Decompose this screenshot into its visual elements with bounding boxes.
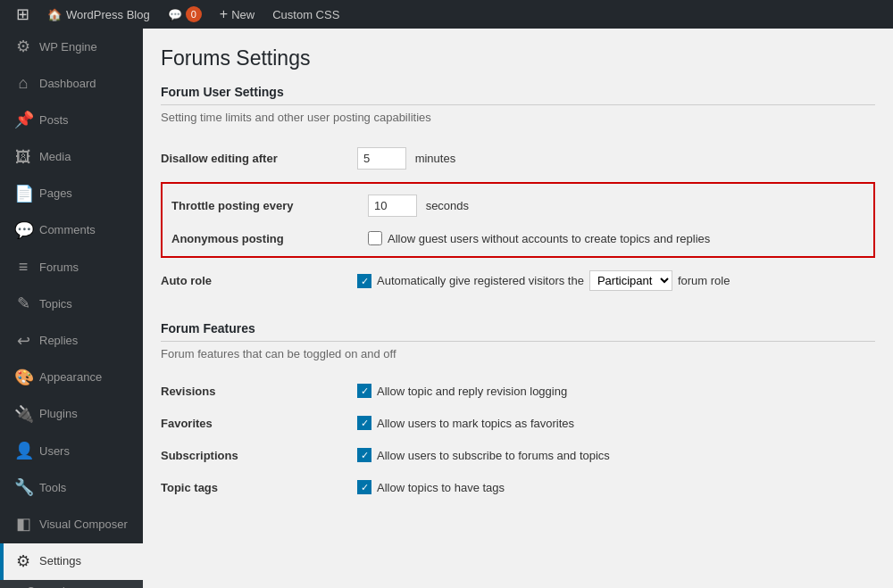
sidebar-item-plugins[interactable]: 🔌 Plugins xyxy=(0,396,143,433)
anonymous-posting-value-cell: Allow guest users without accounts to cr… xyxy=(368,224,864,253)
subscriptions-value-cell: ✓ Allow users to subscribe to forums and… xyxy=(357,439,875,471)
disallow-editing-input[interactable] xyxy=(357,147,406,170)
sidebar-item-replies[interactable]: ↩ Replies xyxy=(0,323,143,360)
sidebar-label-tools: Tools xyxy=(39,480,66,496)
posts-icon: 📌 xyxy=(14,109,32,131)
dashboard-icon: ⌂ xyxy=(14,72,32,95)
topic-tags-checkbox-label[interactable]: ✓ Allow topics to have tags xyxy=(357,480,875,494)
site-name-button[interactable]: 🏠 WordPress Blog xyxy=(38,0,159,29)
throttle-posting-row: Throttle posting every seconds xyxy=(171,187,864,224)
favorites-checkbox-text: Allow users to mark topics as favorites xyxy=(377,417,574,430)
auto-role-table: Auto role ✓ Automatically give registere… xyxy=(161,261,875,300)
auto-role-row: Auto role ✓ Automatically give registere… xyxy=(161,261,875,300)
auto-role-unit: forum role xyxy=(678,274,730,287)
sidebar-item-posts[interactable]: 📌 Posts xyxy=(0,102,143,138)
auto-role-cell: ✓ Automatically give registered visitors… xyxy=(357,270,875,291)
subscriptions-checkbox-label[interactable]: ✓ Allow users to subscribe to forums and… xyxy=(357,448,875,462)
throttle-posting-unit: seconds xyxy=(426,199,469,212)
wp-logo-button[interactable]: ⊞ xyxy=(7,0,38,29)
sidebar-menu: ⚙ WP Engine ⌂ Dashboard 📌 Posts 🖼 Media … xyxy=(0,29,143,580)
submenu-item-general[interactable]: General xyxy=(0,580,143,588)
comments-nav-icon: 💬 xyxy=(14,219,32,242)
sidebar-item-dashboard[interactable]: ⌂ Dashboard xyxy=(0,65,143,102)
sidebar-item-pages[interactable]: 📄 Pages xyxy=(0,176,143,212)
sidebar-label-visual-composer: Visual Composer xyxy=(39,517,128,533)
revisions-checkbox-label[interactable]: ✓ Allow topic and reply revision logging xyxy=(357,384,875,398)
visual-composer-icon: ◧ xyxy=(14,513,32,535)
anonymous-posting-checkbox[interactable] xyxy=(368,231,382,245)
anonymous-posting-label: Anonymous posting xyxy=(171,224,368,253)
forum-features-table: Revisions ✓ Allow topic and reply revisi… xyxy=(161,375,875,503)
main-content: Forums Settings Forum User Settings Sett… xyxy=(143,29,893,588)
sidebar-item-tools[interactable]: 🔧 Tools xyxy=(0,469,143,506)
comments-button[interactable]: 💬 0 xyxy=(159,0,211,29)
topic-tags-label: Topic tags xyxy=(161,471,357,503)
admin-bar: ⊞ 🏠 WordPress Blog 💬 0 + New Custom CSS xyxy=(0,0,893,29)
topic-tags-check-icon: ✓ xyxy=(357,480,371,494)
sidebar-label-plugins: Plugins xyxy=(39,406,78,422)
revisions-value-cell: ✓ Allow topic and reply revision logging xyxy=(357,375,875,407)
favorites-checkbox-label[interactable]: ✓ Allow users to mark topics as favorite… xyxy=(357,416,875,430)
disallow-editing-label: Disallow editing after xyxy=(161,138,357,178)
new-label: New xyxy=(231,8,255,21)
auto-role-checkmark-icon: ✓ xyxy=(357,274,371,288)
revisions-check-icon: ✓ xyxy=(357,384,371,398)
sidebar-label-replies: Replies xyxy=(39,333,78,349)
revisions-label: Revisions xyxy=(161,375,357,407)
comments-icon: 💬 xyxy=(168,8,182,21)
highlighted-table: Throttle posting every seconds Anonymous… xyxy=(171,187,864,253)
sidebar-label-dashboard: Dashboard xyxy=(39,76,96,92)
sidebar-label-media: Media xyxy=(39,149,71,165)
sidebar-label-settings: Settings xyxy=(39,553,81,569)
pages-icon: 📄 xyxy=(14,183,32,205)
settings-submenu: General Writing Reading Discussion Media xyxy=(0,580,143,588)
replies-icon: ↩ xyxy=(14,330,32,352)
sidebar-label-topics: Topics xyxy=(39,296,72,312)
auto-role-label: Auto role xyxy=(161,261,357,300)
anonymous-posting-checkbox-text: Allow guest users without accounts to cr… xyxy=(388,232,710,245)
sidebar-label-pages: Pages xyxy=(39,186,72,202)
custom-css-button[interactable]: Custom CSS xyxy=(263,0,348,29)
new-button[interactable]: + New xyxy=(211,0,263,29)
sidebar-item-visual-composer[interactable]: ◧ Visual Composer xyxy=(0,506,143,542)
throttle-posting-input[interactable] xyxy=(368,195,417,217)
forum-features-title: Forum Features xyxy=(161,321,875,342)
sidebar-item-topics[interactable]: ✎ Topics xyxy=(0,286,143,322)
sidebar-item-wp-engine[interactable]: ⚙ WP Engine xyxy=(0,29,143,65)
anonymous-posting-row: Anonymous posting Allow guest users with… xyxy=(171,224,864,253)
sidebar-item-users[interactable]: 👤 Users xyxy=(0,433,143,469)
wp-logo-icon: ⊞ xyxy=(16,4,29,24)
sidebar-label-users: Users xyxy=(39,443,70,460)
favorites-check-icon: ✓ xyxy=(357,416,371,430)
sidebar-item-comments[interactable]: 💬 Comments xyxy=(0,212,143,249)
tools-icon: 🔧 xyxy=(14,476,32,499)
topics-icon: ✎ xyxy=(14,293,32,315)
disallow-editing-row: Disallow editing after minutes xyxy=(161,138,875,178)
disallow-editing-value-cell: minutes xyxy=(357,138,875,178)
settings-icon: ⚙ xyxy=(14,551,32,573)
throttle-posting-value-cell: seconds xyxy=(368,187,864,224)
forum-features-section: Forum Features Forum features that can b… xyxy=(161,321,875,503)
site-name: WordPress Blog xyxy=(66,8,150,21)
subscriptions-check-icon: ✓ xyxy=(357,448,371,462)
forum-user-settings-description: Setting time limits and other user posti… xyxy=(161,111,875,124)
sidebar-item-forums[interactable]: ≡ Forums xyxy=(0,249,143,286)
sidebar-item-appearance[interactable]: 🎨 Appearance xyxy=(0,360,143,396)
sidebar-label-forums: Forums xyxy=(39,260,79,276)
topic-tags-row: Topic tags ✓ Allow topics to have tags xyxy=(161,471,875,503)
subscriptions-label: Subscriptions xyxy=(161,439,357,471)
plugins-icon: 🔌 xyxy=(14,403,32,426)
anonymous-posting-checkbox-label[interactable]: Allow guest users without accounts to cr… xyxy=(368,231,864,245)
appearance-icon: 🎨 xyxy=(14,367,32,389)
auto-role-select[interactable]: Participant Moderator Keymaster xyxy=(589,270,672,291)
sidebar-label-comments: Comments xyxy=(39,222,96,238)
auto-role-text: Automatically give registered visitors t… xyxy=(377,274,584,287)
media-icon: 🖼 xyxy=(14,146,32,169)
sidebar-item-media[interactable]: 🖼 Media xyxy=(0,139,143,176)
revisions-row: Revisions ✓ Allow topic and reply revisi… xyxy=(161,375,875,407)
favorites-value-cell: ✓ Allow users to mark topics as favorite… xyxy=(357,407,875,439)
custom-css-label: Custom CSS xyxy=(272,8,339,21)
revisions-checkbox-text: Allow topic and reply revision logging xyxy=(377,385,567,398)
sidebar-item-settings[interactable]: ⚙ Settings xyxy=(0,543,143,580)
plus-icon: + xyxy=(220,6,228,22)
